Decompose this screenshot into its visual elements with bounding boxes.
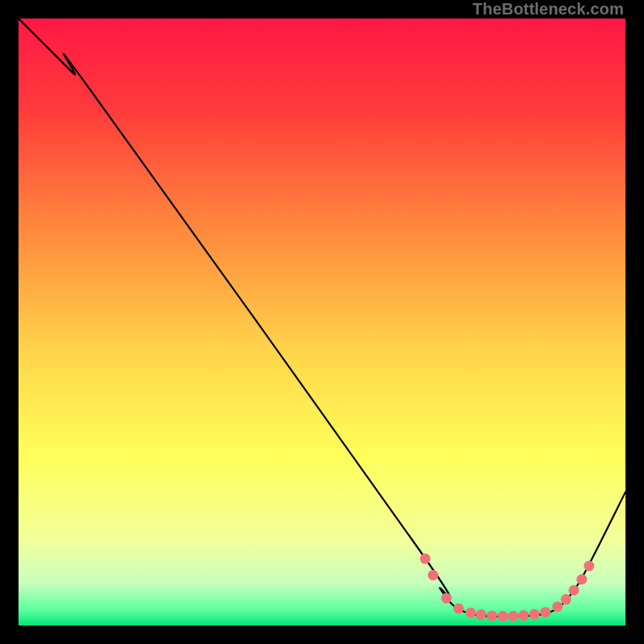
marker-dot	[508, 611, 518, 621]
marker-dot	[420, 554, 431, 564]
marker-dot	[518, 610, 529, 621]
marker-dot	[427, 570, 438, 580]
marker-dot	[568, 585, 579, 596]
chart-svg	[19, 19, 625, 625]
marker-dot	[584, 561, 594, 572]
marker-dot	[497, 611, 508, 621]
marker-dot	[540, 607, 551, 617]
marker-dot	[453, 603, 464, 613]
marker-dot	[552, 601, 563, 612]
marker-dot	[441, 593, 452, 604]
marker-dot	[529, 609, 539, 620]
gradient-background	[19, 19, 625, 625]
marker-dot	[465, 608, 476, 618]
marker-dot	[476, 609, 486, 620]
chart-plot-area	[19, 19, 625, 625]
marker-dot	[576, 574, 587, 584]
watermark-text: TheBottleneck.com	[473, 0, 624, 19]
marker-dot	[561, 594, 572, 605]
marker-dot	[487, 610, 497, 621]
